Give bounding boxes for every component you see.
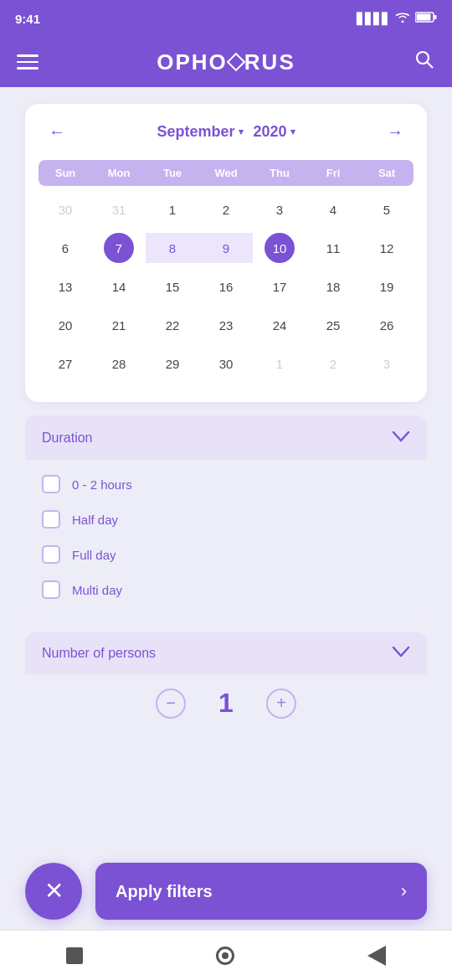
calendar-day[interactable]: 24	[253, 307, 306, 343]
day-number: 3	[372, 348, 402, 379]
calendar-day[interactable]: 1	[146, 191, 199, 228]
signal-icon: ▋▋▋▋	[357, 13, 390, 25]
menu-button[interactable]	[17, 54, 39, 70]
calendar-day[interactable]: 14	[92, 268, 146, 305]
checkbox-label: Multi day	[72, 583, 122, 597]
status-icons: ▋▋▋▋	[357, 12, 437, 25]
year-selector[interactable]: 2020 ▾	[254, 123, 295, 141]
calendar-header: ← September ▾ 2020 ▾ →	[39, 119, 413, 145]
day-number: 5	[372, 194, 402, 224]
next-month-button[interactable]: →	[380, 119, 410, 145]
decrement-button[interactable]: −	[156, 689, 186, 719]
month-dropdown-arrow: ▾	[239, 126, 244, 137]
dow-sun: Sun	[39, 167, 92, 179]
calendar-day[interactable]: 21	[92, 307, 146, 343]
calendar-day[interactable]: 6	[39, 230, 92, 266]
day-number: 26	[372, 310, 402, 340]
increment-button[interactable]: +	[266, 689, 296, 719]
calendar-day: 1	[253, 345, 306, 382]
calendar-day[interactable]: 22	[146, 307, 199, 343]
day-number: 29	[157, 348, 187, 379]
month-label: September	[157, 123, 234, 141]
calendar-day[interactable]: 11	[306, 230, 360, 266]
month-selector[interactable]: September ▾	[157, 123, 243, 141]
calendar-day[interactable]: 20	[39, 307, 92, 343]
dow-fri: Fri	[306, 167, 360, 179]
day-number: 21	[104, 310, 134, 340]
calendar-day[interactable]: 13	[39, 268, 92, 305]
bottom-navigation	[0, 930, 452, 980]
year-label: 2020	[254, 123, 287, 141]
day-number: 24	[265, 310, 295, 340]
duration-option[interactable]: 0 - 2 hours	[42, 467, 410, 502]
duration-header[interactable]: Duration	[25, 415, 427, 460]
svg-point-3	[417, 52, 429, 64]
day-number: 28	[104, 348, 134, 379]
svg-rect-2	[434, 15, 437, 19]
dow-mon: Mon	[92, 167, 146, 179]
search-button[interactable]	[413, 49, 435, 75]
checkbox[interactable]	[42, 580, 60, 599]
calendar-day[interactable]: 9	[199, 230, 253, 266]
day-number: 14	[104, 271, 134, 302]
nav-back-button[interactable]	[367, 946, 386, 966]
persons-header[interactable]: Number of persons	[25, 632, 427, 674]
calendar-day[interactable]: 30	[199, 345, 253, 382]
calendar-day[interactable]: 4	[306, 191, 360, 228]
checkbox[interactable]	[42, 545, 60, 564]
calendar-day[interactable]: 27	[39, 345, 92, 382]
status-bar: 9:41 ▋▋▋▋	[0, 0, 452, 37]
nav-home-button[interactable]	[66, 947, 83, 964]
apply-filters-button[interactable]: Apply filters ›	[95, 863, 427, 920]
prev-month-button[interactable]: ←	[42, 119, 72, 145]
apply-label: Apply filters	[116, 882, 213, 901]
calendar-day[interactable]: 29	[146, 345, 199, 382]
calendar-day[interactable]: 23	[199, 307, 253, 343]
duration-option[interactable]: Multi day	[42, 572, 410, 607]
checkbox[interactable]	[42, 510, 60, 529]
close-icon: ✕	[44, 879, 64, 903]
close-button[interactable]: ✕	[25, 863, 82, 920]
bottom-action-bar: ✕ Apply filters ›	[0, 853, 452, 930]
calendar-day[interactable]: 5	[360, 191, 413, 228]
day-number: 15	[157, 271, 187, 302]
calendar-day[interactable]: 17	[253, 268, 306, 305]
calendar-day[interactable]: 15	[146, 268, 199, 305]
checkbox-label: Full day	[72, 548, 116, 562]
day-number: 17	[265, 271, 295, 302]
logo: OPHORUS	[157, 49, 295, 75]
calendar-day[interactable]: 8	[146, 230, 199, 266]
calendar-day[interactable]: 28	[92, 345, 146, 382]
calendar-day[interactable]: 2	[199, 191, 253, 228]
checkbox[interactable]	[42, 475, 60, 493]
duration-chevron	[392, 429, 410, 446]
calendar-day: 30	[39, 191, 92, 228]
day-number: 16	[211, 271, 241, 302]
calendar-day[interactable]: 19	[360, 268, 413, 305]
day-number: 20	[50, 310, 80, 340]
day-number: 9	[211, 233, 241, 263]
calendar-day[interactable]: 16	[199, 268, 253, 305]
day-number: 1	[157, 194, 187, 224]
duration-title: Duration	[42, 431, 92, 446]
battery-icon	[415, 12, 437, 25]
duration-option[interactable]: Half day	[42, 502, 410, 537]
calendar-day[interactable]: 18	[306, 268, 360, 305]
day-number: 1	[265, 348, 295, 379]
calendar-day[interactable]: 25	[306, 307, 360, 343]
calendar-day[interactable]: 26	[360, 307, 413, 343]
nav-home-circle-button[interactable]	[216, 946, 234, 965]
persons-value: 1	[209, 688, 243, 719]
calendar-day[interactable]: 12	[360, 230, 413, 266]
calendar-day[interactable]: 3	[253, 191, 306, 228]
status-time: 9:41	[15, 12, 40, 26]
dow-tue: Tue	[146, 167, 199, 179]
checkbox-label: Half day	[72, 513, 118, 527]
calendar-day[interactable]: 10	[253, 230, 306, 266]
calendar-day[interactable]: 7	[92, 230, 146, 266]
wifi-icon	[395, 12, 410, 25]
duration-option[interactable]: Full day	[42, 537, 410, 572]
persons-title: Number of persons	[42, 646, 156, 661]
persons-chevron	[392, 646, 410, 661]
top-navigation: OPHORUS	[0, 37, 452, 87]
